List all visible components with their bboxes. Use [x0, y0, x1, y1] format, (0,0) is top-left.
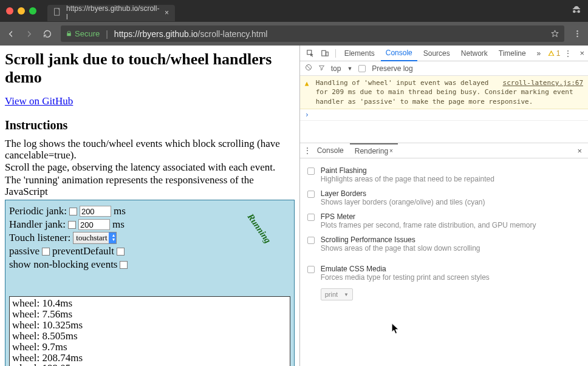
drawer-menu-icon[interactable]: ⋮ [304, 146, 311, 155]
touch-listener-label: Touch listener: [9, 232, 70, 244]
paint-flashing-desc: Highlights areas of the page that need t… [321, 175, 494, 183]
paint-flashing-title: Paint Flashing [321, 166, 494, 175]
tab-sources[interactable]: Sources [419, 46, 455, 61]
tab-favicon [53, 8, 61, 18]
svg-point-3 [576, 36, 578, 38]
github-link[interactable]: View on GitHub [5, 95, 73, 107]
handler-jank-checkbox[interactable] [68, 221, 76, 229]
preventdefault-label: preventDefault [52, 245, 114, 257]
log-entry: wheel: 10.4ms [12, 298, 287, 309]
clear-console-icon[interactable] [305, 64, 312, 73]
log-entry: wheel: 10.325ms [12, 320, 287, 331]
rendering-panel: Paint Flashing Highlights areas of the p… [300, 158, 588, 366]
ms-label: ms [114, 205, 126, 217]
layer-borders-desc: Shows layer borders (orange/olive) and t… [321, 198, 485, 206]
svg-point-2 [576, 33, 578, 35]
secure-badge: Secure [66, 29, 100, 38]
emulate-css-media-desc: Forces media type for testing print and … [321, 273, 490, 282]
secure-label: Secure [75, 29, 100, 38]
device-toolbar-icon[interactable] [318, 49, 332, 58]
console-context-select[interactable]: top [331, 64, 341, 73]
console-warning-message: ▲ scroll-latency.js:67 Handling of 'whee… [300, 76, 588, 109]
tab-elements[interactable]: Elements [340, 46, 380, 61]
drawer-tab-rendering-close-icon[interactable]: × [389, 147, 393, 154]
scrolling-perf-checkbox[interactable] [307, 237, 315, 244]
svg-rect-5 [321, 50, 325, 56]
minimize-window-dot[interactable] [18, 7, 25, 15]
scrolling-perf-desc: Shows areas of the page that slow down s… [321, 244, 480, 252]
layer-borders-title: Layer Borders [321, 189, 485, 198]
handler-jank-label: Handler jank: [9, 219, 66, 231]
console-prompt[interactable]: › [300, 109, 588, 121]
instructions-line-1: The log shows the touch/wheel events whi… [5, 138, 295, 161]
devtools-close-button[interactable]: × [576, 49, 588, 58]
drawer-tab-console[interactable]: Console [312, 143, 349, 158]
url-path: /scroll-latency.html [198, 29, 268, 39]
tab-console[interactable]: Console [381, 46, 417, 61]
inspect-element-icon[interactable] [304, 49, 317, 58]
url-host: https://rbyers.github.io [114, 29, 198, 39]
instructions-line-2: Scroll the page, observing the latency a… [5, 162, 295, 174]
tab-close-icon[interactable]: × [165, 8, 169, 17]
log-entry: wheel: 199.05ms [12, 363, 287, 366]
paint-flashing-checkbox[interactable] [307, 168, 315, 175]
filter-icon[interactable] [318, 64, 325, 73]
passive-checkbox[interactable] [42, 248, 50, 256]
periodic-jank-label: Periodic jank: [9, 205, 67, 217]
fps-meter-title: FPS Meter [321, 212, 536, 221]
mouse-cursor-icon [391, 323, 400, 337]
drawer-tab-rendering[interactable]: Rendering × [350, 143, 398, 158]
console-toolbar: top ▼ Preserve log [300, 61, 588, 76]
touch-listener-select[interactable]: touchstart ▴▾ [73, 232, 116, 244]
preserve-log-checkbox[interactable] [358, 65, 366, 72]
address-bar[interactable]: Secure | https://rbyers.github.io/scroll… [61, 25, 564, 42]
warning-source-link[interactable]: scroll-latency.js:67 [503, 78, 583, 87]
page-title: Scroll jank due to touch/wheel handlers … [5, 50, 295, 87]
log-level-dropdown-icon[interactable]: ▼ [347, 66, 352, 72]
bookmark-star-icon[interactable] [550, 29, 559, 38]
emulate-css-media-checkbox[interactable] [307, 266, 315, 273]
drawer-tab-bar: ⋮ Console Rendering × × [300, 143, 588, 158]
warning-count-badge[interactable]: 1 [548, 49, 561, 58]
window-traffic-lights[interactable] [6, 7, 36, 15]
ms-label-2: ms [112, 219, 125, 231]
log-entry: wheel: 9.7ms [12, 342, 287, 353]
fps-meter-desc: Plots frames per second, frame rate dist… [321, 221, 536, 229]
show-nonblocking-checkbox[interactable] [120, 261, 128, 269]
back-button[interactable] [6, 29, 16, 39]
event-log[interactable]: wheel: 0.000ms wheel: 10.4ms wheel: 7.56… [9, 296, 290, 366]
forward-button[interactable] [24, 29, 34, 39]
drawer-tab-rendering-label: Rendering [355, 147, 388, 155]
tab-timeline[interactable]: Timeline [494, 46, 531, 61]
passive-label: passive [9, 245, 39, 257]
devtools-menu-icon[interactable]: ⋮ [561, 49, 575, 58]
tab-title: https://rbyers.github.io/scroll-l [66, 4, 160, 21]
periodic-jank-checkbox[interactable] [69, 208, 77, 215]
instructions-heading: Instructions [5, 118, 295, 132]
dropdown-chevron-icon: ▼ [344, 292, 349, 297]
css-media-select[interactable]: print ▼ [321, 288, 353, 300]
drawer-close-button[interactable]: × [571, 146, 588, 155]
demo-panel: Periodic jank: ms Handler jank: ms Touch… [5, 200, 295, 366]
instructions-line-3: The 'running' animation represents the r… [5, 175, 295, 197]
show-nonblocking-label: show non-blocking events [9, 259, 117, 271]
log-entry: wheel: 7.56ms [12, 309, 287, 320]
warning-triangle-icon: ▲ [305, 79, 309, 88]
emulate-css-media-title: Emulate CSS Media [321, 265, 490, 273]
periodic-jank-input[interactable] [80, 206, 111, 217]
preventdefault-checkbox[interactable] [117, 248, 125, 256]
browser-toolbar: Secure | https://rbyers.github.io/scroll… [0, 22, 588, 46]
chrome-menu-button[interactable] [573, 29, 582, 38]
browser-tab[interactable]: https://rbyers.github.io/scroll-l × [47, 5, 175, 21]
fps-meter-checkbox[interactable] [307, 214, 315, 221]
preserve-log-label: Preserve log [372, 64, 412, 73]
close-window-dot[interactable] [6, 7, 13, 15]
svg-rect-6 [326, 52, 328, 55]
incognito-icon [571, 4, 582, 18]
tab-network[interactable]: Network [456, 46, 493, 61]
zoom-window-dot[interactable] [29, 7, 36, 15]
reload-button[interactable] [43, 29, 52, 39]
tabs-overflow-icon[interactable]: » [532, 49, 545, 58]
handler-jank-input[interactable] [78, 219, 110, 230]
layer-borders-checkbox[interactable] [307, 191, 315, 198]
